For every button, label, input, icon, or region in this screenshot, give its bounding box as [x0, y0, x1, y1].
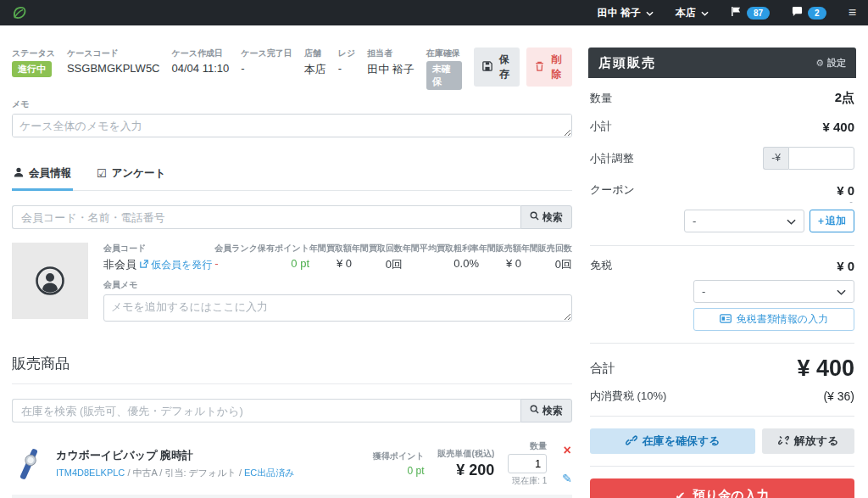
hamburger-menu[interactable]: ≡: [849, 6, 856, 20]
divider: [590, 343, 854, 344]
tax-row: 内消費税 (10%) (¥ 36): [590, 389, 854, 404]
save-icon: [482, 61, 492, 74]
cart-body: 数量 2点 小計 ¥ 400 小計調整 -¥ クーポン ¥ 0 -: [588, 78, 856, 498]
case-completed-value: -: [241, 62, 292, 75]
case-register-value: -: [338, 62, 355, 75]
add-coupon-button[interactable]: + 追加: [810, 210, 854, 232]
release-stock-button[interactable]: 解放する: [762, 428, 854, 454]
store-menu[interactable]: 本店: [676, 6, 709, 20]
case-panel: ステータス 進行中 ケースコード SSGBMGKPLW5C ケース作成日 04/…: [12, 48, 572, 498]
stock-search-row: 検索: [12, 399, 572, 422]
flag-icon: [731, 6, 742, 20]
case-completed-label: ケース完了日: [241, 48, 292, 59]
save-button[interactable]: 保存: [474, 48, 520, 87]
annual-sales-count-field: 年間販売回数 0回: [521, 243, 572, 272]
coupon-select-row: - + 追加: [590, 210, 854, 232]
reserve-stock-label: 在庫を確保する: [643, 434, 721, 449]
save-button-label: 保存: [497, 53, 511, 81]
case-staff-field: 担当者 田中 裕子: [367, 48, 415, 77]
cart-settings-label: 設定: [827, 57, 846, 70]
case-header: ステータス 進行中 ケースコード SSGBMGKPLW5C ケース作成日 04/…: [12, 48, 572, 90]
external-link-icon: [140, 258, 148, 271]
separator: /: [159, 467, 162, 478]
link-icon: [626, 435, 637, 448]
annual-sales-count-label: 年間販売回数: [521, 243, 572, 255]
member-code-label: 会員コード: [103, 243, 214, 255]
cart-coupon-label: クーポン: [590, 182, 635, 198]
product-stock-value: 現在庫: 1: [508, 475, 547, 487]
case-actions: 保存 削除: [474, 48, 572, 87]
taxfree-docs-label: 免税書類情報の入力: [737, 312, 828, 327]
user-menu[interactable]: 田中 裕子: [598, 6, 654, 20]
product-qty-input[interactable]: [508, 454, 547, 473]
taxfree-value: ¥ 0: [837, 259, 854, 273]
edit-product-icon[interactable]: ✎: [562, 473, 572, 484]
messages-menu[interactable]: 2: [792, 6, 826, 20]
remove-product-icon[interactable]: ×: [563, 444, 570, 457]
divider: [590, 416, 854, 417]
annual-margin-value: 0.0%: [403, 257, 479, 270]
member-tabs: 会員情報 ☑ アンケート: [12, 161, 572, 191]
member-rank-label: 会員ランク: [214, 243, 258, 255]
divider: [590, 466, 854, 467]
case-code-value: SSGBMGKPLW5C: [67, 62, 160, 75]
stock-search-button-label: 検索: [542, 404, 563, 418]
annual-buy-count-field: 年間買取回数 0回: [352, 243, 403, 272]
case-staff-value: 田中 裕子: [367, 62, 415, 77]
product-thumbnail[interactable]: [12, 447, 46, 481]
reserve-stock-button[interactable]: 在庫を確保する: [590, 428, 755, 454]
user-menu-label: 田中 裕子: [598, 6, 641, 20]
member-code-value: 非会員: [103, 258, 136, 271]
product-code-link[interactable]: ITM4D8ELKPLC: [56, 467, 125, 478]
annual-buy-count-value: 0回: [352, 257, 403, 272]
taxfree-docs-button[interactable]: 免税書類情報の入力: [693, 308, 854, 331]
stock-hold-field: 在庫確保 未確保: [426, 48, 462, 90]
coupon-select-value: -: [693, 215, 696, 227]
case-memo-input[interactable]: [12, 114, 572, 137]
product-price-field: 販売単価(税込) ¥ 200: [438, 448, 495, 479]
taxfree-select-value: -: [702, 285, 705, 298]
product-price-value: ¥ 200: [438, 462, 495, 479]
product-title: カウボーイビバップ 腕時計: [56, 448, 295, 463]
stock-search-button[interactable]: 検索: [520, 399, 572, 422]
chevron-down-icon: [787, 215, 796, 227]
chevron-down-icon: [837, 285, 846, 298]
create-temp-member-link[interactable]: 仮会員を発行: [151, 259, 212, 271]
survey-checkbox-icon: ☑: [97, 168, 107, 179]
member-info: 会員コード 非会員 仮会員を発行 会員ランク - 保有ポイント 0 pt: [103, 243, 572, 325]
search-icon: [530, 211, 539, 223]
product-ec-status-link[interactable]: EC出品済み: [244, 467, 295, 478]
product-qty-label: 数量: [508, 440, 547, 452]
tab-member-info-label: 会員情報: [29, 166, 71, 181]
coupon-select[interactable]: -: [684, 210, 804, 232]
member-avatar: [12, 243, 88, 319]
cart-adjustment-label: 小計調整: [590, 151, 634, 166]
member-stats: 会員コード 非会員 仮会員を発行 会員ランク - 保有ポイント 0 pt: [103, 243, 572, 272]
main-content: ステータス 進行中 ケースコード SSGBMGKPLW5C ケース作成日 04/…: [0, 25, 868, 498]
taxfree-select[interactable]: -: [693, 280, 854, 303]
cart-adjustment-row: 小計調整 -¥: [590, 147, 854, 170]
member-search-row: 検索: [12, 205, 572, 229]
app-logo-icon[interactable]: [12, 5, 27, 20]
tab-member-info[interactable]: 会員情報: [12, 161, 73, 191]
adjustment-amount-input[interactable]: [788, 147, 854, 170]
case-created-label: ケース作成日: [172, 48, 230, 59]
delete-button[interactable]: 削除: [526, 48, 572, 87]
cart-settings-button[interactable]: ⚙ 設定: [815, 57, 846, 70]
member-search-button[interactable]: 検索: [520, 205, 572, 229]
stock-search-input[interactable]: [12, 399, 520, 422]
product-list: カウボーイビバップ 腕時計 ITM4D8ELKPLC / 中古A / 引当: デ…: [12, 433, 572, 498]
tab-survey[interactable]: ☑ アンケート: [95, 161, 167, 191]
taxfree-row: 免税 ¥ 0: [590, 258, 854, 273]
annual-margin-field: 年間平均買取粗利率 0.0%: [403, 243, 479, 270]
cart-qty-label: 数量: [590, 91, 612, 106]
id-card-icon: [720, 314, 732, 326]
case-store-value: 本店: [304, 62, 326, 77]
annual-sales-count-value: 0回: [521, 257, 572, 272]
deposit-button[interactable]: ✔ 預り金の入力: [590, 478, 854, 498]
member-memo-input[interactable]: [103, 294, 572, 322]
tax-value: (¥ 36): [823, 389, 854, 403]
member-search-input[interactable]: [12, 205, 520, 229]
add-coupon-label: 追加: [826, 214, 846, 228]
notifications-flag-menu[interactable]: 87: [731, 6, 770, 20]
